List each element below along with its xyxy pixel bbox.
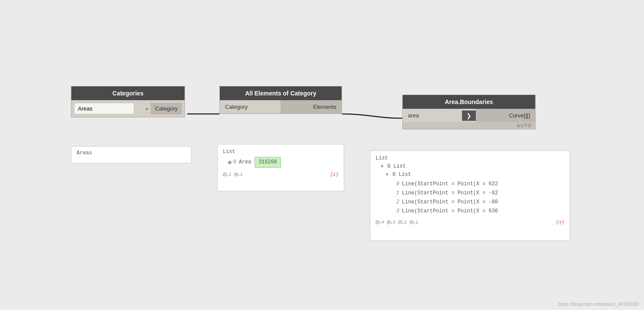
all-elements-category-port: Category (220, 100, 281, 114)
area-auto-label: AUTO (403, 122, 535, 129)
collapse-arrow-1: ▼ (386, 172, 388, 177)
category-port-label: Category (151, 103, 182, 114)
tree-item-2: Line(StartPoint = Point(X = -80 (402, 198, 498, 206)
tree-node-1: 0 List (392, 172, 411, 178)
categories-node: Categories Areas ▾ Category (71, 86, 185, 117)
area-boundaries-footer-left: @L4 @L3 @L2 @L1 (376, 220, 418, 225)
area-port-right: Curve[][] (476, 109, 535, 122)
area-port-left: area (403, 109, 462, 122)
all-elements-preview: List 0 Area 316208 @L2 @L1 {1} (217, 144, 344, 191)
select-chevron-icon: ▾ (146, 106, 148, 111)
categories-select[interactable]: Areas (74, 103, 134, 114)
tree-index-1: 1 (396, 189, 399, 197)
categories-select-wrapper: Areas ▾ (74, 103, 151, 114)
area-boundaries-header: Area.Boundaries (403, 95, 535, 109)
area-boundaries-list-label: List (376, 154, 564, 163)
area-arrow-button[interactable]: ❯ (462, 110, 476, 121)
tree-item-3: Line(StartPoint = Point(X = 636 (402, 207, 498, 215)
all-elements-header: All Elements of Category (220, 86, 342, 100)
all-elements-footer-left: @L2 @L1 (223, 172, 243, 177)
tree-index-2: 2 (396, 198, 399, 206)
categories-preview: Areas (71, 146, 191, 163)
tree-node-0: 0 List (387, 163, 406, 169)
tree-index-3: 3 (396, 207, 399, 215)
list-dot-icon (228, 161, 231, 164)
area-boundaries-preview: List ▼ 0 List ▼ 0 List 0 Line(StartPoint… (370, 150, 570, 241)
area-boundaries-footer-right: {4} (556, 220, 564, 225)
all-elements-footer-right: {1} (330, 172, 339, 177)
all-elements-item-label: Area (239, 158, 251, 166)
area-boundaries-node: Area.Boundaries area ❯ Curve[][] AUTO (402, 95, 536, 129)
all-elements-index: 0 (233, 158, 236, 166)
categories-header: Categories (71, 86, 185, 100)
watermark: https://blog.csdn.net/weixin_44153630 (558, 301, 639, 307)
tree-item-0: Line(StartPoint = Point(X = 622 (402, 180, 498, 188)
all-elements-list-label: List (223, 148, 339, 156)
tree-index-0: 0 (396, 180, 399, 188)
all-elements-value: 316208 (255, 157, 281, 168)
categories-preview-text: Areas (77, 150, 92, 156)
all-elements-node: All Elements of Category Category Elemen… (219, 86, 342, 114)
all-elements-elements-port: Elements (281, 100, 342, 114)
tree-item-1: Line(StartPoint = Point(X = -82 (402, 189, 498, 197)
collapse-arrow-0: ▼ (381, 164, 383, 169)
